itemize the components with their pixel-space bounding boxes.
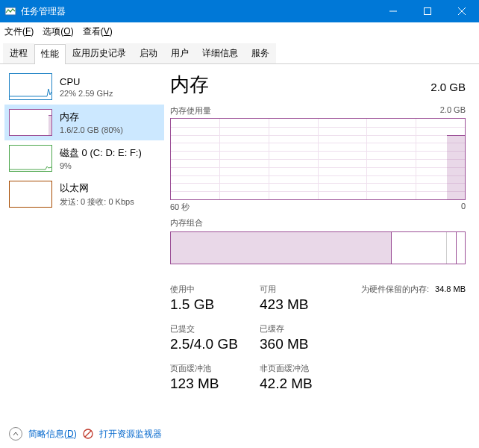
ethernet-thumb-icon xyxy=(9,181,52,208)
composition-label: 内存组合 xyxy=(170,217,203,228)
stat-value: 423 MB xyxy=(260,296,349,313)
stat-value: 123 MB xyxy=(170,376,260,392)
tab-details[interactable]: 详细信息 xyxy=(195,43,245,63)
tab-processes[interactable]: 进程 xyxy=(3,43,34,63)
sidebar-item-label: CPU xyxy=(60,76,113,87)
sidebar-item-memory[interactable]: 内存 1.6/2.0 GB (80%) xyxy=(4,105,164,140)
memory-total: 2.0 GB xyxy=(431,81,466,93)
memory-panel: 内存 2.0 GB 内存使用量 2.0 GB 60 秒 0 内存组合 xyxy=(164,64,479,430)
sidebar-item-label: 磁盘 0 (C: D: E: F:) xyxy=(60,146,142,160)
svg-rect-2 xyxy=(425,8,431,15)
memory-composition-chart[interactable] xyxy=(170,231,466,264)
xaxis-left: 60 秒 xyxy=(170,202,190,213)
fewer-details-link[interactable]: 简略信息(D) xyxy=(28,428,77,441)
usage-chart-label: 内存使用量 xyxy=(170,105,211,116)
window-title: 任务管理器 xyxy=(21,5,376,18)
sidebar-item-sub: 9% xyxy=(60,161,142,170)
sidebar-item-sub: 1.6/2.0 GB (80%) xyxy=(60,125,123,134)
stat-label: 非页面缓冲池 xyxy=(260,363,349,374)
stat-label: 已缓存 xyxy=(260,323,349,335)
menu-view[interactable]: 查看(V) xyxy=(83,25,113,38)
minimize-button[interactable] xyxy=(376,0,410,22)
sidebar: CPU 22% 2.59 GHz 内存 1.6/2.0 GB (80%) 磁盘 … xyxy=(0,64,164,430)
sidebar-item-disk[interactable]: 磁盘 0 (C: D: E: F:) 9% xyxy=(4,140,164,176)
memory-stats: 使用中 1.5 GB 可用 423 MB 为硬件保留的内存: 34.8 MB 已… xyxy=(170,284,466,392)
titlebar: 任务管理器 xyxy=(0,0,479,22)
memory-usage-chart[interactable] xyxy=(170,118,466,200)
sidebar-item-sub: 发送: 0 接收: 0 Kbps xyxy=(60,196,134,208)
menu-file[interactable]: 文件(F) xyxy=(4,25,34,38)
usage-chart-max: 2.0 GB xyxy=(440,105,466,116)
sidebar-item-label: 内存 xyxy=(60,111,123,124)
maximize-button[interactable] xyxy=(410,0,445,22)
sidebar-item-label: 以太网 xyxy=(60,181,134,195)
sidebar-item-cpu[interactable]: CPU 22% 2.59 GHz xyxy=(4,69,164,105)
stat-value: 1.5 GB xyxy=(170,296,260,313)
memory-thumb-icon xyxy=(9,109,52,136)
stat-label: 可用 xyxy=(260,284,349,295)
tab-users[interactable]: 用户 xyxy=(164,43,195,63)
menu-options[interactable]: 选项(O) xyxy=(43,25,73,38)
content: CPU 22% 2.59 GHz 内存 1.6/2.0 GB (80%) 磁盘 … xyxy=(0,64,479,430)
menu-bar: 文件(F) 选项(O) 查看(V) xyxy=(0,22,479,39)
tab-startup[interactable]: 启动 xyxy=(133,43,164,63)
resource-monitor-icon xyxy=(83,429,93,439)
taskmgr-icon xyxy=(4,5,16,17)
tab-performance[interactable]: 性能 xyxy=(34,44,66,64)
disk-thumb-icon xyxy=(9,145,52,172)
cpu-thumb-icon xyxy=(9,73,52,100)
sidebar-item-ethernet[interactable]: 以太网 发送: 0 接收: 0 Kbps xyxy=(4,176,164,212)
stat-label: 页面缓冲池 xyxy=(170,363,260,374)
footer: 简略信息(D) 打开资源监视器 xyxy=(9,427,162,441)
page-title: 内存 xyxy=(170,72,209,98)
svg-line-6 xyxy=(85,431,91,437)
tab-app-history[interactable]: 应用历史记录 xyxy=(66,43,133,63)
stat-value: 2.5/4.0 GB xyxy=(170,336,260,352)
xaxis-right: 0 xyxy=(461,202,466,213)
chevron-up-icon[interactable] xyxy=(9,427,22,441)
tab-services[interactable]: 服务 xyxy=(245,43,276,63)
stat-label: 使用中 xyxy=(170,284,260,295)
stat-value: 42.2 MB xyxy=(260,376,349,392)
sidebar-item-sub: 22% 2.59 GHz xyxy=(60,89,113,98)
stat-value: 34.8 MB xyxy=(435,284,466,293)
close-button[interactable] xyxy=(445,0,479,22)
tab-strip: 进程 性能 应用历史记录 启动 用户 详细信息 服务 xyxy=(0,43,479,64)
open-resource-monitor-link[interactable]: 打开资源监视器 xyxy=(99,428,162,441)
stat-label: 为硬件保留的内存: xyxy=(361,284,429,295)
stat-label: 已提交 xyxy=(170,323,260,335)
stat-value: 360 MB xyxy=(260,336,349,352)
